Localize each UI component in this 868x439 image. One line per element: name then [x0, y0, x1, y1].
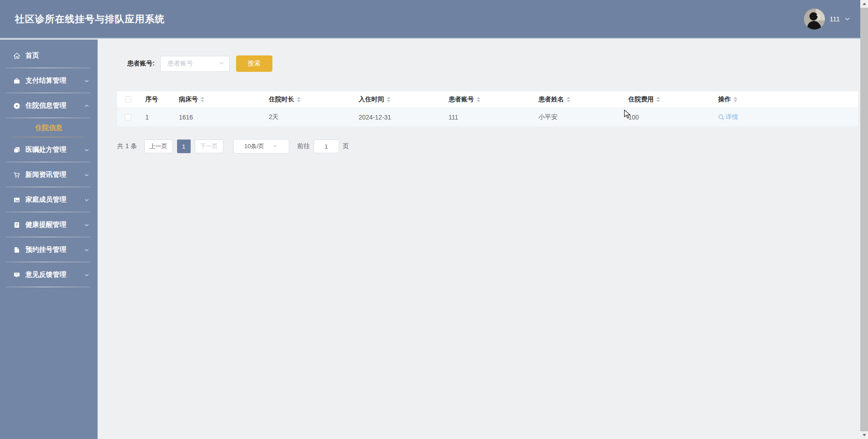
sidebar-item-label: 医嘱处方管理 — [25, 145, 66, 154]
sidebar-nav: 首页 支付结算管理 住院信息管理 住院信息 — [0, 40, 98, 439]
sidebar-item-health-reminder[interactable]: 健康提醒管理 — [0, 212, 98, 237]
col-header-admit-date[interactable]: 入住时间 — [352, 95, 442, 104]
scrollbar-up-arrow-icon[interactable] — [860, 0, 868, 8]
sidebar-item-family[interactable]: 家庭成员管理 — [0, 187, 98, 212]
sort-icon[interactable] — [387, 97, 390, 102]
chevron-down-icon — [84, 197, 89, 203]
magnifier-icon — [718, 114, 725, 120]
cell-duration: 2天 — [262, 113, 352, 121]
sidebar-item-label: 家庭成员管理 — [25, 195, 66, 204]
cell-seq: 1 — [139, 114, 173, 121]
chevron-down-icon — [272, 143, 278, 150]
row-checkbox[interactable] — [125, 114, 131, 120]
table-header-row: 序号 病床号 住院时长 入住时间 患者账号 患者姓名 — [117, 91, 858, 108]
record-icon — [13, 102, 20, 110]
cell-admit-date: 2024-12-31 — [352, 114, 442, 121]
current-page-button[interactable]: 1 — [177, 140, 191, 153]
sidebar-item-label: 预约挂号管理 — [25, 245, 66, 254]
search-label: 患者账号: — [127, 60, 155, 68]
chevron-up-icon — [84, 103, 89, 109]
chevron-down-icon — [84, 222, 89, 228]
chevron-down-icon — [84, 147, 89, 153]
select-all-checkbox[interactable] — [125, 96, 131, 103]
chevron-down-icon — [219, 60, 225, 68]
sidebar-item-label: 新闻资讯管理 — [25, 170, 66, 179]
scrollbar-down-arrow-icon[interactable] — [860, 431, 868, 439]
message-icon — [13, 271, 20, 279]
search-bar: 患者账号: 患者账号 搜索 — [117, 55, 860, 72]
page-suffix-label: 页 — [343, 142, 349, 150]
sidebar-item-label: 意见反馈管理 — [25, 270, 66, 279]
sidebar-item-home[interactable]: 首页 — [0, 43, 98, 68]
chevron-down-icon — [84, 78, 89, 84]
col-header-patient-account[interactable]: 患者账号 — [442, 95, 532, 104]
cell-patient-account: 111 — [442, 114, 532, 121]
col-header-seq: 序号 — [139, 95, 173, 104]
chevron-down-icon — [844, 16, 850, 22]
chevron-down-icon — [84, 247, 89, 253]
page-size-select[interactable]: 10条/页 — [233, 139, 289, 154]
select-placeholder: 患者账号 — [168, 60, 219, 68]
sidebar-item-label: 住院信息管理 — [25, 101, 66, 110]
sidebar-item-label: 支付结算管理 — [25, 76, 66, 85]
briefcase-icon — [13, 77, 20, 85]
col-header-bed-no[interactable]: 病床号 — [173, 95, 262, 104]
inpatient-table: 序号 病床号 住院时长 入住时间 患者账号 患者姓名 — [117, 91, 858, 127]
sidebar-item-label: 首页 — [25, 51, 39, 60]
pagination: 共 1 条 上一页 1 下一页 10条/页 前往 页 — [117, 139, 860, 154]
col-header-actions[interactable]: 操作 — [712, 95, 858, 104]
cell-patient-name: 小平安 — [532, 113, 622, 121]
scrollbar[interactable] — [860, 0, 868, 439]
sidebar-item-label: 健康提醒管理 — [25, 220, 66, 229]
sort-icon[interactable] — [201, 97, 204, 102]
sidebar-item-news[interactable]: 新闻资讯管理 — [0, 162, 98, 187]
sidebar-item-appointment[interactable]: 预约挂号管理 — [0, 237, 98, 262]
search-button[interactable]: 搜索 — [236, 55, 272, 72]
header-checkbox-cell — [117, 96, 139, 103]
sidebar-subitem-label: 住院信息 — [35, 124, 63, 132]
username-label: 111 — [829, 15, 840, 23]
app-header: 社区诊所在线挂号与排队应用系统 111 — [0, 0, 860, 39]
copy-icon — [13, 146, 20, 154]
home-icon — [13, 52, 20, 60]
sidebar-item-prescription[interactable]: 医嘱处方管理 — [0, 137, 98, 162]
cell-fee: 100 — [622, 114, 712, 121]
sort-icon[interactable] — [567, 97, 570, 102]
notebook-icon — [13, 221, 20, 229]
col-header-fee[interactable]: 住院费用 — [622, 95, 712, 104]
table-row: 1 1616 2天 2024-12-31 111 小平安 100 详情 — [117, 108, 858, 127]
sort-icon[interactable] — [656, 97, 660, 102]
patient-account-select[interactable]: 患者账号 — [160, 56, 230, 72]
file-icon — [13, 246, 20, 254]
prev-page-button[interactable]: 上一页 — [144, 140, 173, 153]
sidebar-item-feedback[interactable]: 意见反馈管理 — [0, 262, 98, 287]
avatar[interactable] — [804, 9, 825, 30]
sort-icon[interactable] — [734, 97, 737, 102]
cell-actions: 详情 — [712, 113, 858, 121]
next-page-button[interactable]: 下一页 — [195, 140, 223, 153]
cell-bed-no: 1616 — [173, 114, 262, 121]
row-checkbox-cell — [117, 114, 139, 120]
goto-page-input[interactable] — [314, 140, 339, 153]
scrollbar-thumb[interactable] — [860, 8, 868, 431]
detail-link[interactable]: 详情 — [718, 113, 738, 121]
app-title: 社区诊所在线挂号与排队应用系统 — [15, 13, 165, 25]
goto-label: 前往 — [297, 142, 310, 150]
user-menu[interactable]: 111 — [804, 0, 850, 38]
sort-icon[interactable] — [477, 97, 480, 102]
chevron-down-icon — [84, 172, 89, 178]
pagination-total: 共 1 条 — [117, 142, 137, 150]
sort-icon[interactable] — [297, 97, 301, 102]
sidebar-item-inpatient-mgmt[interactable]: 住院信息管理 — [0, 93, 98, 118]
picture-icon — [13, 196, 20, 204]
sidebar-item-payment[interactable]: 支付结算管理 — [0, 68, 98, 93]
col-header-patient-name[interactable]: 患者姓名 — [532, 95, 622, 104]
cart-icon — [13, 171, 20, 179]
col-header-duration[interactable]: 住院时长 — [262, 95, 352, 104]
chevron-down-icon — [84, 272, 89, 278]
sidebar-subitem-inpatient-info[interactable]: 住院信息 — [0, 118, 98, 137]
main-content: 患者账号: 患者账号 搜索 序号 病床号 住院时长 — [98, 40, 860, 439]
